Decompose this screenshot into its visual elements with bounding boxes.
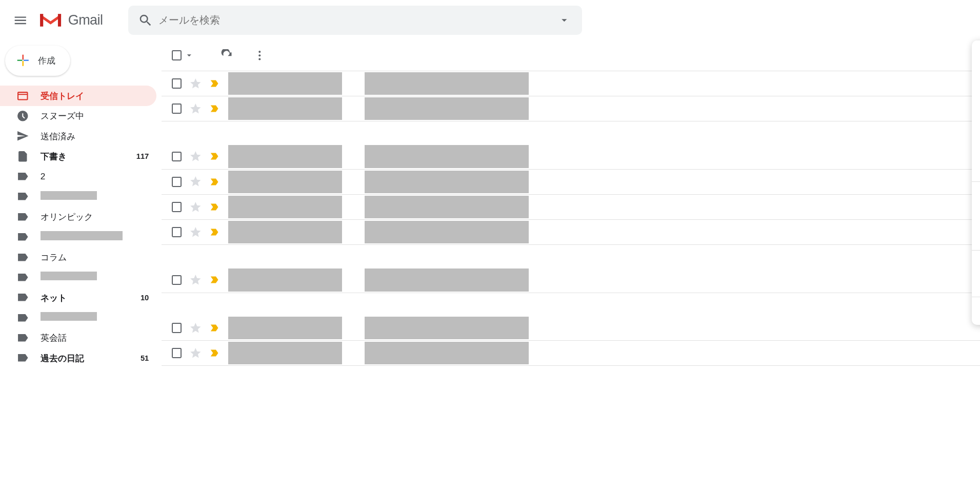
sidebar-item-4[interactable]: 2: [0, 167, 156, 187]
search-icon[interactable]: [133, 8, 158, 33]
sidebar-item-0[interactable]: 受信トレイ: [0, 86, 156, 106]
svg-point-9: [259, 51, 261, 53]
importance-icon[interactable]: [209, 274, 221, 285]
subject-redacted: [365, 317, 529, 339]
sidebar-item-11[interactable]: [0, 307, 156, 327]
star-icon[interactable]: [189, 150, 202, 163]
star-icon[interactable]: [189, 201, 202, 214]
sender-redacted: [228, 268, 342, 291]
gmail-logo[interactable]: Gmail: [38, 11, 103, 30]
sidebar-item-label: [41, 231, 149, 242]
sender-redacted: [228, 171, 342, 193]
label-icon: [16, 291, 29, 304]
sender-redacted: [228, 317, 342, 339]
importance-icon[interactable]: [209, 78, 221, 89]
star-icon[interactable]: [189, 77, 202, 90]
star-icon[interactable]: [189, 175, 202, 188]
search-input[interactable]: [158, 14, 552, 26]
sidebar-item-8[interactable]: コラム: [0, 247, 156, 267]
select-all-checkbox[interactable]: [172, 50, 194, 60]
mail-row[interactable]: [162, 267, 980, 293]
label-icon: [16, 251, 29, 264]
more-vertical-icon: [253, 49, 266, 62]
sidebar-item-label: 下書き: [41, 150, 136, 162]
sidebar-item-6[interactable]: オリンピック: [0, 206, 156, 226]
search-options-dropdown[interactable]: [552, 8, 577, 33]
svg-point-10: [259, 54, 261, 56]
star-icon[interactable]: [189, 274, 202, 286]
checkbox-icon: [172, 50, 182, 60]
importance-icon[interactable]: [209, 322, 221, 334]
checkbox-icon[interactable]: [172, 348, 182, 358]
sender-redacted: [228, 97, 342, 120]
checkbox-icon[interactable]: [172, 152, 182, 162]
search-bar[interactable]: [128, 6, 583, 35]
importance-icon[interactable]: [209, 103, 221, 114]
importance-icon[interactable]: [209, 201, 221, 213]
sidebar-item-10[interactable]: ネット10: [0, 287, 156, 307]
gmail-icon: [38, 11, 63, 30]
sidebar: 作成 受信トレイスヌーズ中送信済み下書き1172オリンピックコラムネット10英会…: [0, 40, 162, 496]
label-icon: [16, 150, 29, 163]
sidebar-item-7[interactable]: [0, 227, 156, 247]
sender-redacted: [228, 145, 342, 168]
mail-row[interactable]: [162, 195, 980, 220]
checkbox-icon[interactable]: [172, 275, 182, 285]
checkbox-icon[interactable]: [172, 177, 182, 187]
checkbox-icon[interactable]: [172, 202, 182, 212]
mail-row[interactable]: [162, 170, 980, 195]
subject-redacted: [365, 171, 529, 193]
sidebar-item-label: [41, 191, 149, 202]
subject-redacted: [365, 72, 529, 95]
sidebar-item-label: オリンピック: [41, 211, 149, 223]
hamburger-icon: [13, 13, 28, 28]
mail-row[interactable]: [162, 96, 980, 121]
checkbox-icon[interactable]: [172, 104, 182, 114]
sidebar-item-13[interactable]: 過去の日記51: [0, 348, 156, 368]
checkbox-icon[interactable]: [172, 323, 182, 333]
header: Gmail 1: [0, 0, 980, 40]
star-icon[interactable]: [189, 102, 202, 115]
main-menu-button[interactable]: [5, 5, 35, 35]
checkbox-icon[interactable]: [172, 227, 182, 237]
label-icon: [16, 332, 29, 344]
mail-row[interactable]: 2019/11/29: [162, 341, 980, 366]
more-button[interactable]: [247, 43, 272, 68]
mail-row[interactable]: 2019/12/02: [162, 316, 980, 341]
refresh-button[interactable]: [214, 43, 239, 68]
subject-redacted: [365, 268, 529, 291]
sidebar-item-5[interactable]: [0, 187, 156, 206]
importance-icon[interactable]: [209, 151, 221, 162]
main-content: 2019/12/022019/11/29: [162, 40, 980, 496]
logout-section: ログアウト 2: [972, 251, 980, 297]
popup-header: @gmail.com Google アカウントを管理: [972, 40, 980, 182]
subject-redacted: [365, 196, 529, 218]
checkbox-icon[interactable]: [172, 78, 182, 89]
importance-icon[interactable]: [209, 347, 221, 359]
importance-icon[interactable]: [209, 176, 221, 188]
star-icon[interactable]: [189, 226, 202, 239]
label-icon: [16, 271, 29, 284]
sidebar-item-3[interactable]: 下書き117: [0, 146, 156, 166]
plus-icon: [15, 53, 31, 68]
importance-icon[interactable]: [209, 226, 221, 238]
sidebar-item-1[interactable]: スヌーズ中: [0, 106, 156, 126]
label-icon: [16, 170, 29, 183]
compose-button[interactable]: 作成: [5, 46, 70, 76]
sidebar-item-count: 51: [141, 354, 149, 362]
sidebar-item-9[interactable]: [0, 267, 156, 287]
star-icon[interactable]: [189, 322, 202, 335]
mail-list[interactable]: 2019/12/022019/11/29: [162, 71, 980, 496]
refresh-icon: [221, 49, 233, 62]
sidebar-item-2[interactable]: 送信済み: [0, 126, 156, 146]
sidebar-item-label: ネット: [41, 292, 141, 304]
sidebar-item-12[interactable]: 英会話: [0, 328, 156, 348]
sender-redacted: [228, 196, 342, 218]
star-icon[interactable]: [189, 347, 202, 360]
subject-redacted: [365, 145, 529, 168]
mail-row[interactable]: [162, 144, 980, 169]
compose-label: 作成: [38, 54, 55, 67]
mail-row[interactable]: [162, 71, 980, 96]
mail-row[interactable]: [162, 220, 980, 245]
subject-redacted: [365, 342, 529, 364]
